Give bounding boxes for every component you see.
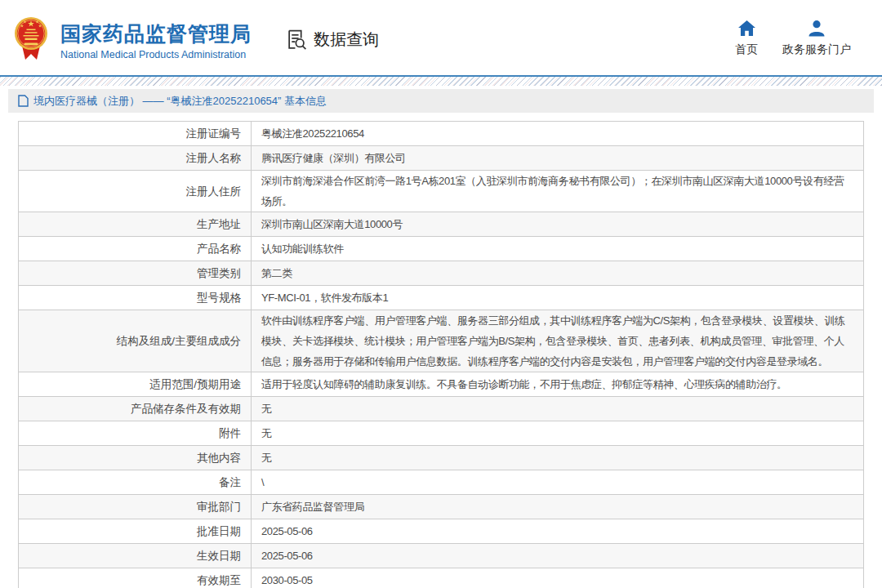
table-row: 审批部门广东省药品监督管理局 [19, 495, 864, 519]
row-value: 2025-05-06 [252, 519, 864, 544]
breadcrumb: 境内医疗器械（注册） —— “粤械注准20252210654” 基本信息 [33, 94, 327, 109]
row-label: 注册证编号 [19, 122, 252, 146]
row-label: 生效日期 [19, 544, 252, 568]
row-label: 附件 [19, 421, 252, 446]
row-value: 腾讯医疗健康（深圳）有限公司 [252, 146, 864, 171]
row-value: 第二类 [252, 261, 864, 286]
data-query-label: 数据查询 [314, 29, 379, 51]
row-value: 认知功能训练软件 [252, 237, 864, 261]
info-table-wrap: 注册证编号粤械注准20252210654注册人名称腾讯医疗健康（深圳）有限公司注… [18, 121, 864, 588]
row-value: 2030-05-05 [252, 568, 864, 588]
row-label: 注册人名称 [19, 146, 252, 171]
site-titles: 国家药品监督管理局 National Medical Products Admi… [60, 21, 252, 60]
row-label: 有效期至 [19, 568, 252, 588]
data-query-icon [286, 29, 308, 51]
table-row: 生产地址深圳市南山区深南大道10000号 [19, 212, 864, 237]
nav-portal[interactable]: 政务服务门户 [782, 20, 851, 57]
national-emblem-icon [13, 13, 49, 62]
table-row: 生效日期2025-05-06 [19, 544, 864, 568]
row-value: \ [252, 470, 864, 495]
user-icon [808, 20, 826, 37]
info-table-body: 注册证编号粤械注准20252210654注册人名称腾讯医疗健康（深圳）有限公司注… [19, 122, 864, 588]
row-value: 2025-05-06 [252, 544, 864, 568]
row-label: 其他内容 [19, 446, 252, 470]
site-title-en: National Medical Products Administration [60, 49, 252, 60]
logo-block[interactable]: 国家药品监督管理局 National Medical Products Admi… [13, 13, 252, 62]
table-row: 注册人住所深圳市前海深港合作区前湾一路1号A栋201室（入驻深圳市前海商务秘书有… [19, 171, 864, 212]
table-row: 批准日期2025-05-06 [19, 519, 864, 544]
row-value: 无 [252, 421, 864, 446]
info-table: 注册证编号粤械注准20252210654注册人名称腾讯医疗健康（深圳）有限公司注… [18, 121, 864, 588]
table-row: 结构及组成/主要组成成分软件由训练程序客户端、用户管理客户端、服务器三部分组成，… [19, 310, 864, 372]
row-value: 广东省药品监督管理局 [252, 495, 864, 519]
table-row: 有效期至2030-05-05 [19, 568, 864, 588]
row-value: 软件由训练程序客户端、用户管理客户端、服务器三部分组成，其中训练程序客户端为C/… [252, 310, 864, 372]
table-row: 产品储存条件及有效期无 [19, 397, 864, 421]
row-label: 审批部门 [19, 495, 252, 519]
table-row: 备注\ [19, 470, 864, 495]
nav-portal-label: 政务服务门户 [782, 42, 851, 57]
document-icon [18, 95, 29, 107]
row-value: 粤械注准20252210654 [252, 122, 864, 146]
row-label: 备注 [19, 470, 252, 495]
row-label: 产品名称 [19, 237, 252, 261]
table-row: 附件无 [19, 421, 864, 446]
nav-home[interactable]: 首页 [735, 20, 758, 57]
table-row: 注册人名称腾讯医疗健康（深圳）有限公司 [19, 146, 864, 171]
site-title-cn: 国家药品监督管理局 [60, 21, 252, 46]
data-query-section[interactable]: 数据查询 [286, 29, 379, 51]
header-hatch-band [0, 77, 882, 86]
row-value: YF-MCI-01，软件发布版本1 [252, 286, 864, 310]
row-label: 产品储存条件及有效期 [19, 397, 252, 421]
table-row: 型号规格YF-MCI-01，软件发布版本1 [19, 286, 864, 310]
table-row: 产品名称认知功能训练软件 [19, 237, 864, 261]
breadcrumb-bar: 境内医疗器械（注册） —— “粤械注准20252210654” 基本信息 [8, 89, 874, 113]
row-label: 注册人住所 [19, 171, 252, 212]
row-label: 适用范围/预期用途 [19, 372, 252, 397]
home-icon [737, 20, 756, 37]
row-value: 无 [252, 446, 864, 470]
row-label: 管理类别 [19, 261, 252, 286]
row-label: 型号规格 [19, 286, 252, 310]
row-value: 无 [252, 397, 864, 421]
row-value: 适用于轻度认知障碍的辅助康复训练。不具备自动诊断功能，不用于焦虑症、抑郁症等精神… [252, 372, 864, 397]
row-label: 生产地址 [19, 212, 252, 237]
table-row: 适用范围/预期用途适用于轻度认知障碍的辅助康复训练。不具备自动诊断功能，不用于焦… [19, 372, 864, 397]
row-label: 批准日期 [19, 519, 252, 544]
table-row: 注册证编号粤械注准20252210654 [19, 122, 864, 146]
table-row: 其他内容无 [19, 446, 864, 470]
row-value: 深圳市前海深港合作区前湾一路1号A栋201室（入驻深圳市前海商务秘书有限公司）；… [252, 171, 864, 212]
header-nav: 首页 政务服务门户 [735, 20, 851, 57]
row-label: 结构及组成/主要组成成分 [19, 310, 252, 372]
site-header: 国家药品监督管理局 National Medical Products Admi… [0, 0, 882, 75]
row-value: 深圳市南山区深南大道10000号 [252, 212, 864, 237]
nav-home-label: 首页 [735, 42, 758, 57]
table-row: 管理类别第二类 [19, 261, 864, 286]
